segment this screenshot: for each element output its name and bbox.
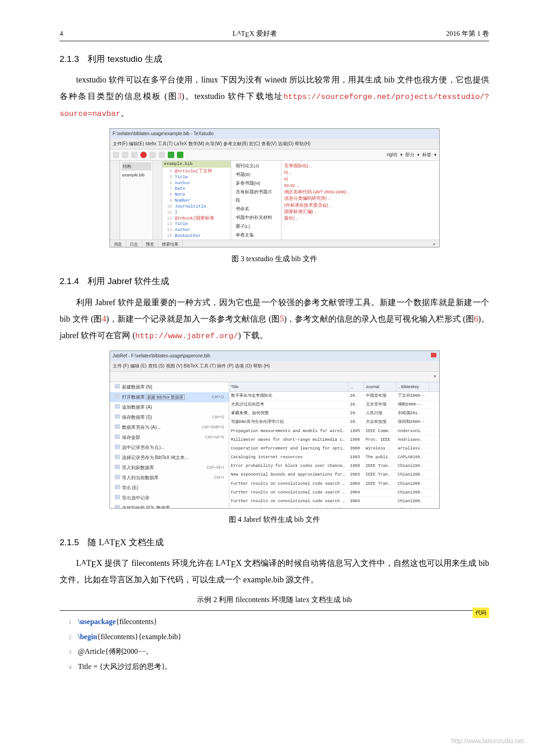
fig3-icon-gutter [110,161,120,247]
new-icon[interactable] [113,152,119,158]
run-icon[interactable] [168,152,174,158]
page-number: 4 [60,27,63,40]
fig3-caption: 图 3 texstudio 生成 bib 文件 [60,252,489,266]
para-214: 利用 Jabref 软件是最重要的一种方式，因为它也是一个较强的参考文献管理工具… [60,294,489,344]
fig3-structure-pane: 结构 example.bib [120,161,153,247]
running-header: 4 LATEX 爱好者 2016 年第 1 卷 [60,27,489,40]
fig4-entry-table[interactable]: Title ... Journal .. Bibtexkey 数字革命与竞争国际… [229,382,439,509]
example-2-title: 示例 2 利用 filecontents 环境随 latex 文档生成 bib [60,593,489,607]
fig3-toolbar: right) ▾ 部分 ▾ 标签 ▾ [110,149,439,161]
code-label: 代码 [473,608,489,619]
fig3-status: 消息日志预览搜索结果 × [110,240,439,247]
fig4-window-title: JabRef - F:\xelatex\biblatex-usage\paper… [113,352,210,360]
fig4-toolbar: × [110,372,439,382]
para-213: texstudio 软件可以在多平台使用，linux 下因为没有 winedt … [60,71,489,122]
redo-icon[interactable] [159,152,165,158]
para-215: LATEX 提供了 filecontents 环境允许在 LATEX 文档编译的… [60,555,489,588]
fig4-mock: JabRef - F:\xelatex\biblatex-usage\paper… [110,351,440,509]
fig3-mock: F:\xelatex\biblatex-usage\example.bib - … [110,128,440,247]
figure-4: JabRef - F:\xelatex\biblatex-usage\paper… [60,351,489,526]
watermark: http://www.latexstudio.net [451,735,524,747]
fig3-window-title: F:\xelatex\biblatex-usage\example.bib - … [110,129,439,139]
figref-4[interactable]: 4 [102,314,106,323]
fig4-caption: 图 4 Jabref 软件生成 bib 文件 [60,513,489,526]
fig3-side-icons [153,161,162,247]
fig3-type-menu[interactable]: 期刊论文(J)书题(B)多卷书题(M)含有标题的书题片段书命名书题中的补充材料册… [231,161,281,247]
header-right: 2016 年第 1 卷 [446,27,489,40]
header-center: LATEX 爱好者 [232,27,276,40]
figref-5[interactable]: 5 [280,314,284,323]
jabref-url[interactable]: http://www.jabref.org/ [135,332,238,340]
fig4-file-menu[interactable]: 新建数据库 (N)打开数据库 新建 BibTeX 数据库Ctrl+O追加数据库 … [110,382,229,509]
fig3-editor[interactable]: example.bib 4 @Article{丁文祥5 Title6 Autho… [162,161,231,247]
open-icon[interactable] [122,152,128,158]
figure-3: F:\xelatex\biblatex-usage\example.bib - … [60,128,489,265]
heading-214: 2.1.4 利用 Jabref 软件生成 [60,274,489,289]
heading-213: 2.1.3 利用 texstudio 生成 [60,51,489,67]
undo-icon[interactable] [149,152,156,158]
figref-6[interactable]: 6 [474,314,478,323]
fig4-menubar: 文件 (F) 编辑 (E) 查找 (S) 视图 (V) BibTeX 工具 (T… [110,361,439,372]
header-rule [60,41,489,41]
fig3-menubar: 文件(F) 编辑(E) Idefix 工具(T) LaTeX 数学(M) 向导(… [110,139,439,149]
fig3-preview: 竞争国际化)，0)，#)59-92，地区名称代码 GB/T 2659-1986)… [281,161,439,247]
code-listing: 代码 1\usepackage{filecontents}2\begin{fil… [60,610,489,674]
heading-215: 2.1.5 随 LATEX 文档生成 [60,535,489,550]
figref-3[interactable]: 3 [177,92,182,101]
view-icon[interactable] [177,152,183,158]
window-buttons[interactable] [417,352,436,360]
close-icon[interactable] [140,152,147,158]
save-icon[interactable] [131,152,138,158]
